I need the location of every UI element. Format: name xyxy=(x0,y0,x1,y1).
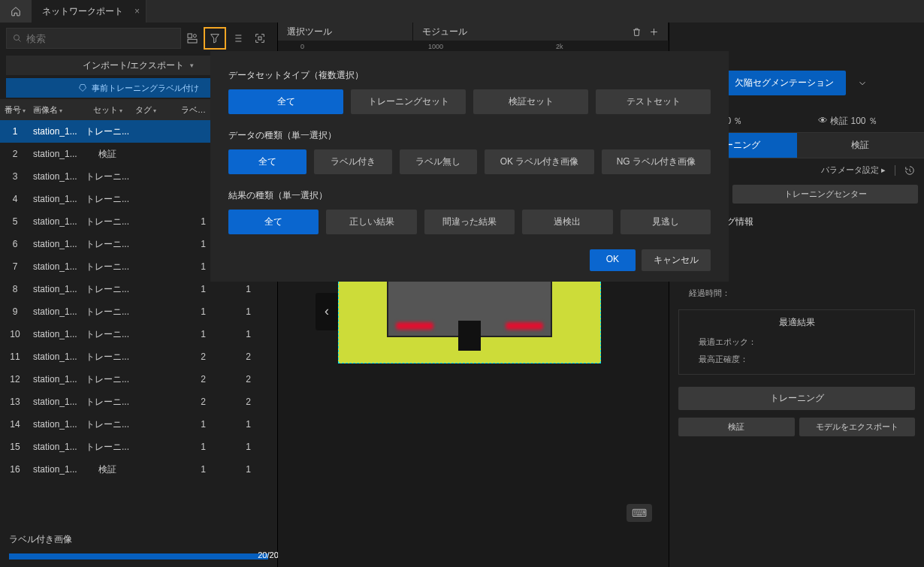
list-view-icon[interactable] xyxy=(226,27,249,50)
table-row[interactable]: 12station_1...トレーニ...22 xyxy=(0,368,277,391)
search-input[interactable] xyxy=(6,28,181,49)
chevron-down-icon[interactable] xyxy=(853,74,871,92)
table-row[interactable]: 10station_1...トレーニ...11 xyxy=(0,323,277,345)
info-elapsed: 経過時間： xyxy=(669,285,924,302)
col-set[interactable]: セット▾ xyxy=(83,104,132,116)
filter-option[interactable]: 正しい結果 xyxy=(326,210,416,234)
tab-label: ネットワークポート xyxy=(42,5,123,18)
grid-zoom-icon[interactable] xyxy=(249,27,271,50)
search-icon xyxy=(13,34,22,43)
export-model-button[interactable]: モデルをエクスポート xyxy=(799,418,916,436)
col-tag[interactable]: タグ▾ xyxy=(132,104,170,116)
filter-option[interactable]: テストセット xyxy=(596,89,711,114)
tab-verify[interactable]: 検証 xyxy=(797,133,925,158)
col-name[interactable]: 画像名▾ xyxy=(30,104,83,116)
chevron-down-icon: ▼ xyxy=(189,62,195,69)
filter-option[interactable]: OK ラベル付き画像 xyxy=(485,149,593,174)
project-tab[interactable]: ネットワークポート × xyxy=(32,0,146,23)
module-chip[interactable]: 欠陥セグメンテーション xyxy=(723,71,846,95)
best-result-box: 最適結果 最適エポック： 最高正確度： xyxy=(678,309,915,375)
col-index[interactable]: 番号▾ xyxy=(0,104,30,116)
select-tool-header: 選択ツール xyxy=(278,23,413,41)
table-row[interactable]: 15station_1...トレーニ...11 xyxy=(0,436,277,458)
table-row[interactable]: 16station_1...検証11 xyxy=(0,458,277,481)
filter-option[interactable]: 過検出 xyxy=(522,210,612,234)
ok-button[interactable]: OK xyxy=(590,249,636,271)
col-label[interactable]: ラベ… xyxy=(170,104,215,116)
filter-option[interactable]: 全て xyxy=(228,149,306,174)
svg-rect-4 xyxy=(258,37,261,40)
history-icon[interactable] xyxy=(904,165,915,176)
svg-point-2 xyxy=(193,35,196,38)
filter-icon[interactable] xyxy=(204,27,226,50)
filter-option[interactable]: 見逃し xyxy=(621,210,711,234)
prev-image-button[interactable]: ‹ xyxy=(316,293,338,330)
table-row[interactable]: 11station_1...トレーニ...22 xyxy=(0,345,277,368)
filter-option[interactable]: 全て xyxy=(228,210,319,234)
tag-icon xyxy=(78,83,87,92)
filter-option[interactable]: ラベル無し xyxy=(400,149,478,174)
pretrain-label: 事前トレーニングラベル付け xyxy=(92,83,199,94)
filter-option[interactable]: 間違った結果 xyxy=(424,210,515,234)
close-icon[interactable]: × xyxy=(134,6,140,17)
plus-icon[interactable] xyxy=(649,27,659,37)
filter-option[interactable]: NG ラベル付き画像 xyxy=(602,149,711,174)
cancel-button[interactable]: キャンセル xyxy=(642,249,711,271)
filter-option[interactable]: 全て xyxy=(228,89,343,114)
svg-point-0 xyxy=(14,35,20,41)
result-kind-title: 結果の種類（単一選択） xyxy=(228,189,711,202)
train-button[interactable]: トレーニング xyxy=(678,387,915,410)
param-settings-button[interactable]: パラメータ設定 ▸ xyxy=(821,164,886,176)
trash-icon[interactable] xyxy=(632,27,642,37)
home-tab[interactable] xyxy=(0,0,32,23)
data-kind-title: データの種類（単一選択） xyxy=(228,129,711,142)
verify-button[interactable]: 検証 xyxy=(678,418,795,436)
table-row[interactable]: 13station_1...トレーニ...22 xyxy=(0,391,277,413)
thumbnail-view-icon[interactable] xyxy=(181,27,204,50)
eye-icon: 👁 xyxy=(818,115,828,126)
module-header: モジュール xyxy=(422,26,467,38)
search-field[interactable] xyxy=(26,33,174,44)
keyboard-icon[interactable] xyxy=(627,504,652,522)
table-row[interactable]: 14station_1...トレーニ...11 xyxy=(0,413,277,436)
filter-option[interactable]: ラベル付き xyxy=(314,149,392,174)
progress-bar: 20/20 xyxy=(9,553,268,559)
training-center-button[interactable]: トレーニングセンター xyxy=(732,185,918,204)
table-row[interactable]: 9station_1...トレーニ...11 xyxy=(0,300,277,323)
svg-rect-3 xyxy=(188,39,197,43)
svg-rect-1 xyxy=(188,34,192,38)
filter-modal: データセットタイプ（複数選択） 全てトレーニングセット検証セットテストセット デ… xyxy=(210,51,729,282)
labeled-title: ラベル付き画像 xyxy=(9,533,268,546)
home-icon xyxy=(11,6,21,17)
filter-option[interactable]: 検証セット xyxy=(473,89,588,114)
filter-option[interactable]: トレーニングセット xyxy=(351,89,466,114)
dataset-type-title: データセットタイプ（複数選択） xyxy=(228,69,711,82)
import-export-label: インポート/エクスポート xyxy=(83,59,184,72)
